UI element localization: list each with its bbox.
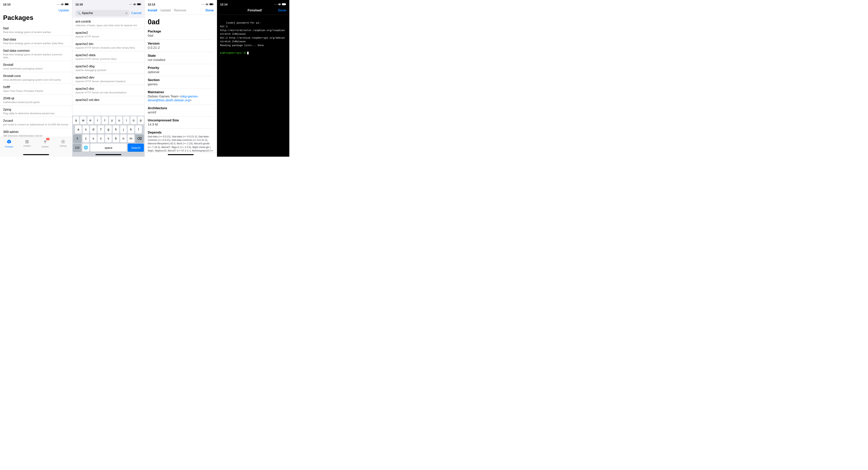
list-item[interactable]: 0install-core cross-distribution packagi… — [0, 72, 72, 83]
keyboard-row-2: a s d f g h j k l — [73, 125, 144, 134]
list-item[interactable]: 0xffff Open Free Fiasco Firmware Flasher — [0, 83, 72, 94]
svg-point-12 — [207, 5, 207, 5]
search-results-list: ant-contrib collection of tasks, types a… — [72, 18, 145, 116]
key-j[interactable]: j — [120, 125, 127, 134]
detail-value-version: 0.0.21-2 — [148, 46, 214, 50]
package-desc: cross-distribution packaging system — [3, 67, 69, 70]
key-w[interactable]: w — [80, 116, 86, 124]
search-result-item[interactable]: apache2-doc Apache HTTP Server (on-site … — [72, 85, 145, 96]
key-p[interactable]: p — [138, 116, 144, 124]
cancel-search-button[interactable]: Cancel — [131, 11, 142, 15]
svg-point-8 — [134, 5, 135, 5]
list-item[interactable]: 2ping Ping utility to determine directio… — [0, 106, 72, 117]
search-result-item[interactable]: apache2-dev Apache HTTP Server (developm… — [72, 74, 145, 85]
key-u[interactable]: u — [116, 116, 122, 124]
list-item[interactable]: 0ad-data Real-time strategy game of anci… — [0, 36, 72, 47]
remove-button[interactable]: Remove — [174, 8, 186, 12]
key-z[interactable]: z — [83, 135, 89, 143]
search-input[interactable] — [82, 11, 124, 15]
terminal-done-button[interactable]: Done — [278, 8, 286, 12]
key-r[interactable]: r — [94, 116, 101, 124]
search-result-item[interactable]: apache2-data Apache HTTP Server (common … — [72, 51, 145, 62]
clear-search-button[interactable]: ✕ — [125, 11, 128, 15]
key-b[interactable]: b — [113, 135, 119, 143]
detail-label-arch: Architecture — [148, 106, 214, 110]
list-item[interactable]: 0ad-data-common Real-time strategy game … — [0, 47, 72, 61]
svg-rect-19 — [282, 4, 285, 5]
installed-tab-icon — [25, 139, 30, 144]
search-key[interactable]: Search — [128, 144, 144, 152]
key-v[interactable]: v — [105, 135, 112, 143]
search-result-item[interactable]: apache2-dbg Apache debugging symbols — [72, 62, 145, 74]
list-item[interactable]: 2048-qt mathematics based puzzle game — [0, 94, 72, 106]
list-item[interactable]: 0install cross-distribution packaging sy… — [0, 61, 72, 72]
key-a[interactable]: a — [75, 125, 82, 134]
list-item[interactable]: 0ad Real-time strategy game of ancient w… — [0, 25, 72, 36]
key-i[interactable]: i — [123, 116, 129, 124]
svg-rect-5 — [25, 141, 29, 142]
package-name: 0install — [3, 63, 69, 67]
detail-label-section: Section — [148, 78, 214, 82]
package-name: 0ad — [3, 26, 69, 30]
list-item[interactable]: 2vcard perl script to convert an address… — [0, 117, 72, 128]
key-d[interactable]: d — [90, 125, 97, 134]
key-e[interactable]: e — [87, 116, 94, 124]
details-done-button[interactable]: Done — [206, 8, 214, 12]
nav-update-button[interactable]: Update — [160, 8, 171, 12]
detail-row-package: Package 0ad — [148, 28, 214, 40]
battery-icon-4 — [282, 3, 286, 5]
search-result-item[interactable]: ant-contrib collection of tasks, types a… — [72, 18, 145, 29]
update-button[interactable]: Update — [58, 8, 69, 12]
maintainer-email-link[interactable]: pkg-games-devel@lists.alioth.debian.org — [148, 94, 199, 102]
key-g[interactable]: g — [105, 125, 112, 134]
svg-rect-10 — [141, 4, 141, 5]
packages-panel: 12:13 ••• Update Packages 0ad Real-time … — [0, 0, 72, 157]
result-name: apache2-dbg — [75, 64, 142, 68]
key-t[interactable]: t — [102, 116, 108, 124]
details-panel: 12:13 ••• Install Update Remove Done 0ad… — [145, 0, 217, 157]
detail-content: Package 0ad Version 0.0.21-2 State not i… — [145, 28, 217, 152]
tab-settings[interactable]: Settings — [57, 139, 69, 147]
terminal-title: Finished! — [247, 8, 262, 12]
key-l[interactable]: l — [135, 125, 142, 134]
tab-updates[interactable]: 13 Updates — [39, 139, 51, 148]
globe-key[interactable]: 🌐 — [82, 144, 89, 152]
search-result-item[interactable]: apache2-bin Apache HTTP Server (modules … — [72, 40, 145, 51]
result-name: apache2 — [75, 31, 142, 35]
tab-settings-label: Settings — [60, 145, 66, 147]
install-button[interactable]: Install — [148, 8, 157, 12]
tab-packages[interactable]: Packages — [3, 139, 15, 148]
key-q[interactable]: q — [73, 116, 79, 124]
key-x[interactable]: x — [90, 135, 97, 143]
tab-installed[interactable]: Installed — [21, 139, 33, 147]
time-1: 12:13 — [3, 3, 10, 6]
key-n[interactable]: n — [120, 135, 127, 143]
key-m[interactable]: m — [128, 135, 134, 143]
status-icons-1: ••• — [57, 3, 69, 5]
svg-rect-3 — [65, 4, 68, 5]
key-c[interactable]: c — [98, 135, 104, 143]
package-desc: Real-time strategy game of ancient warfa… — [3, 31, 69, 34]
space-key[interactable]: space — [90, 144, 127, 152]
svg-rect-2 — [68, 4, 69, 5]
tab-bar: Packages Installed 13 Updates — [0, 137, 72, 153]
key-s[interactable]: s — [83, 125, 89, 134]
search-result-item[interactable]: apache2-ssl-dev — [72, 96, 145, 105]
package-desc: perl script to convert an addressbook to… — [3, 123, 69, 126]
key-o[interactable]: o — [130, 116, 136, 124]
key-f[interactable]: f — [98, 125, 104, 134]
signal-dots-1: ••• — [57, 3, 60, 5]
num-key[interactable]: 123 — [73, 144, 82, 152]
signal-dots-4: ••• — [274, 3, 277, 5]
search-panel: 12:15 ••• 🔍 ✕ Cancel ant-contrib collec — [72, 0, 145, 157]
delete-key[interactable]: ⌫ — [135, 135, 144, 143]
key-k[interactable]: k — [128, 125, 134, 134]
search-result-item[interactable]: apache2 Apache HTTP Server — [72, 29, 145, 40]
keyboard-row-1: q w e r t y u i o p — [73, 116, 144, 124]
key-y[interactable]: y — [109, 116, 115, 124]
list-item[interactable]: 389-admin 389 Directory Administration S… — [0, 128, 72, 137]
shift-key[interactable]: ⇧ — [73, 135, 82, 143]
package-name: 0ad-data — [3, 38, 69, 41]
detail-label-state: State — [148, 54, 214, 58]
key-h[interactable]: h — [113, 125, 119, 134]
